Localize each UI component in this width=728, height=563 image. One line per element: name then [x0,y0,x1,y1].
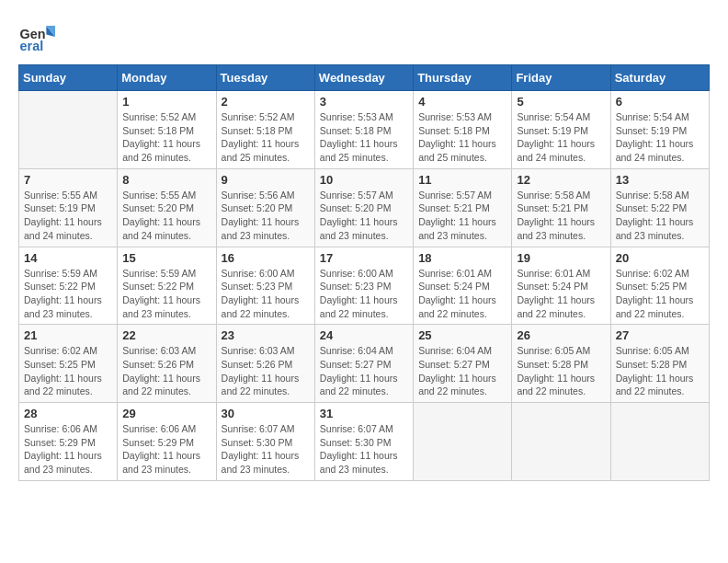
week-row-5: 28Sunrise: 6:06 AM Sunset: 5:29 PM Dayli… [19,403,710,481]
day-number: 16 [222,251,310,265]
day-info: Sunrise: 6:04 AM Sunset: 5:27 PM Dayligh… [418,344,506,398]
day-cell: 11Sunrise: 5:57 AM Sunset: 5:21 PM Dayli… [414,168,512,247]
header-cell-sunday: Sunday [19,65,118,91]
day-info: Sunrise: 5:56 AM Sunset: 5:20 PM Dayligh… [222,189,310,243]
day-number: 5 [517,95,605,109]
day-cell: 22Sunrise: 6:03 AM Sunset: 5:26 PM Dayli… [118,325,216,403]
day-info: Sunrise: 6:03 AM Sunset: 5:26 PM Dayligh… [122,344,210,398]
day-cell: 7Sunrise: 5:55 AM Sunset: 5:19 PM Daylig… [19,168,118,247]
day-cell: 12Sunrise: 5:58 AM Sunset: 5:21 PM Dayli… [512,168,610,247]
day-cell [414,403,512,481]
day-info: Sunrise: 6:02 AM Sunset: 5:25 PM Dayligh… [616,267,704,321]
day-info: Sunrise: 6:03 AM Sunset: 5:26 PM Dayligh… [222,344,310,398]
day-cell: 29Sunrise: 6:06 AM Sunset: 5:29 PM Dayli… [118,403,216,481]
header-cell-friday: Friday [512,65,610,91]
day-number: 31 [320,407,408,420]
day-info: Sunrise: 6:04 AM Sunset: 5:27 PM Dayligh… [320,344,408,398]
day-cell [610,403,709,481]
day-number: 24 [320,328,408,342]
day-info: Sunrise: 6:07 AM Sunset: 5:30 PM Dayligh… [320,422,408,477]
day-cell: 20Sunrise: 6:02 AM Sunset: 5:25 PM Dayli… [610,247,709,325]
day-number: 9 [222,173,310,187]
day-cell: 26Sunrise: 6:05 AM Sunset: 5:28 PM Dayli… [512,325,610,403]
day-info: Sunrise: 6:05 AM Sunset: 5:28 PM Dayligh… [616,344,704,398]
day-number: 6 [616,95,704,109]
header-cell-thursday: Thursday [414,65,512,91]
day-cell: 15Sunrise: 5:59 AM Sunset: 5:22 PM Dayli… [118,247,216,325]
day-number: 15 [122,251,210,265]
day-number: 4 [418,95,506,109]
week-row-4: 21Sunrise: 6:02 AM Sunset: 5:25 PM Dayli… [19,325,710,403]
day-cell: 27Sunrise: 6:05 AM Sunset: 5:28 PM Dayli… [610,325,709,403]
day-number: 27 [616,328,704,342]
day-cell: 24Sunrise: 6:04 AM Sunset: 5:27 PM Dayli… [314,325,413,403]
day-cell: 19Sunrise: 6:01 AM Sunset: 5:24 PM Dayli… [512,247,610,325]
day-number: 14 [24,251,112,265]
day-info: Sunrise: 5:59 AM Sunset: 5:22 PM Dayligh… [24,267,112,321]
day-info: Sunrise: 6:06 AM Sunset: 5:29 PM Dayligh… [24,422,112,477]
day-cell [19,91,118,169]
day-number: 30 [222,407,310,420]
svg-text:eral: eral [20,39,44,53]
week-row-3: 14Sunrise: 5:59 AM Sunset: 5:22 PM Dayli… [19,247,710,325]
day-cell: 23Sunrise: 6:03 AM Sunset: 5:26 PM Dayli… [216,325,314,403]
day-info: Sunrise: 6:05 AM Sunset: 5:28 PM Dayligh… [517,344,605,398]
calendar-header: SundayMondayTuesdayWednesdayThursdayFrid… [19,65,710,91]
day-info: Sunrise: 5:58 AM Sunset: 5:21 PM Dayligh… [517,189,605,243]
day-info: Sunrise: 6:01 AM Sunset: 5:24 PM Dayligh… [418,267,506,321]
day-number: 23 [222,328,310,342]
day-cell: 13Sunrise: 5:58 AM Sunset: 5:22 PM Dayli… [610,168,709,247]
day-number: 8 [122,173,210,187]
day-info: Sunrise: 5:59 AM Sunset: 5:22 PM Dayligh… [122,267,210,321]
day-cell: 10Sunrise: 5:57 AM Sunset: 5:20 PM Dayli… [314,168,413,247]
day-cell: 18Sunrise: 6:01 AM Sunset: 5:24 PM Dayli… [414,247,512,325]
day-number: 28 [24,407,112,420]
day-cell: 6Sunrise: 5:54 AM Sunset: 5:19 PM Daylig… [610,91,709,169]
day-cell: 3Sunrise: 5:53 AM Sunset: 5:18 PM Daylig… [314,91,413,169]
day-cell: 4Sunrise: 5:53 AM Sunset: 5:18 PM Daylig… [414,91,512,169]
day-cell: 1Sunrise: 5:52 AM Sunset: 5:18 PM Daylig… [118,91,216,169]
day-cell: 5Sunrise: 5:54 AM Sunset: 5:19 PM Daylig… [512,91,610,169]
week-row-2: 7Sunrise: 5:55 AM Sunset: 5:19 PM Daylig… [19,168,710,247]
day-cell: 8Sunrise: 5:55 AM Sunset: 5:20 PM Daylig… [118,168,216,247]
day-number: 2 [222,95,310,109]
logo-icon: Gen eral [18,18,55,55]
day-number: 13 [616,173,704,187]
day-cell: 17Sunrise: 6:00 AM Sunset: 5:23 PM Dayli… [314,247,413,325]
day-number: 12 [517,173,605,187]
week-row-1: 1Sunrise: 5:52 AM Sunset: 5:18 PM Daylig… [19,91,710,169]
day-info: Sunrise: 5:53 AM Sunset: 5:18 PM Dayligh… [320,110,408,165]
day-info: Sunrise: 5:57 AM Sunset: 5:20 PM Dayligh… [320,189,408,243]
day-number: 18 [418,251,506,265]
day-number: 26 [517,328,605,342]
day-cell: 28Sunrise: 6:06 AM Sunset: 5:29 PM Dayli… [19,403,118,481]
day-info: Sunrise: 6:02 AM Sunset: 5:25 PM Dayligh… [24,344,112,398]
day-number: 3 [320,95,408,109]
day-number: 7 [24,173,112,187]
day-cell: 16Sunrise: 6:00 AM Sunset: 5:23 PM Dayli… [216,247,314,325]
day-number: 22 [122,328,210,342]
day-cell [512,403,610,481]
day-info: Sunrise: 5:52 AM Sunset: 5:18 PM Dayligh… [122,110,210,165]
day-info: Sunrise: 6:01 AM Sunset: 5:24 PM Dayligh… [517,267,605,321]
header-cell-saturday: Saturday [610,65,709,91]
day-cell: 31Sunrise: 6:07 AM Sunset: 5:30 PM Dayli… [314,403,413,481]
day-number: 11 [418,173,506,187]
day-info: Sunrise: 6:00 AM Sunset: 5:23 PM Dayligh… [320,267,408,321]
day-number: 17 [320,251,408,265]
day-info: Sunrise: 5:52 AM Sunset: 5:18 PM Dayligh… [222,110,310,165]
day-number: 19 [517,251,605,265]
day-info: Sunrise: 5:54 AM Sunset: 5:19 PM Dayligh… [616,110,704,165]
day-info: Sunrise: 5:55 AM Sunset: 5:19 PM Dayligh… [24,189,112,243]
logo: Gen eral [18,18,59,55]
day-cell: 30Sunrise: 6:07 AM Sunset: 5:30 PM Dayli… [216,403,314,481]
day-info: Sunrise: 5:55 AM Sunset: 5:20 PM Dayligh… [122,189,210,243]
day-number: 10 [320,173,408,187]
day-info: Sunrise: 6:07 AM Sunset: 5:30 PM Dayligh… [222,422,310,477]
day-cell: 21Sunrise: 6:02 AM Sunset: 5:25 PM Dayli… [19,325,118,403]
calendar-table: SundayMondayTuesdayWednesdayThursdayFrid… [18,64,710,481]
day-number: 20 [616,251,704,265]
day-number: 29 [122,407,210,420]
day-cell: 25Sunrise: 6:04 AM Sunset: 5:27 PM Dayli… [414,325,512,403]
day-cell: 14Sunrise: 5:59 AM Sunset: 5:22 PM Dayli… [19,247,118,325]
